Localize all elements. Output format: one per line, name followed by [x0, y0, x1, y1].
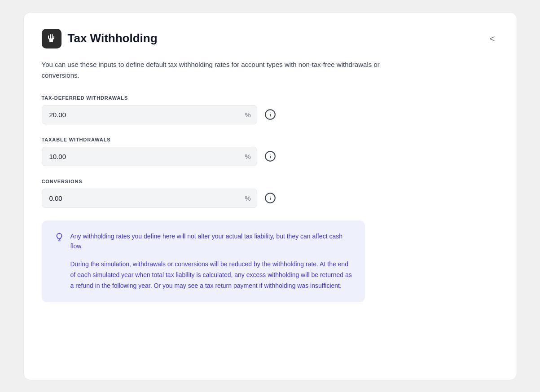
conversions-input-wrapper: %	[42, 189, 257, 208]
svg-point-10	[59, 233, 59, 233]
conversions-input[interactable]	[42, 189, 257, 208]
info-box-primary-text: Any withholding rates you define here wi…	[70, 231, 352, 251]
app-icon	[42, 29, 61, 48]
header: Tax Withholding <	[42, 29, 499, 48]
conversions-label: CONVERSIONS	[42, 179, 499, 184]
taxable-section: TAXABLE WITHDRAWALS %	[42, 137, 499, 166]
hand-icon	[46, 33, 57, 44]
info-icon	[264, 109, 276, 120]
bulb-icon	[54, 232, 64, 244]
tax-deferred-input-wrapper: %	[42, 105, 257, 124]
tax-deferred-row: %	[42, 105, 499, 124]
collapse-button[interactable]: <	[486, 32, 499, 45]
info-box: Any withholding rates you define here wi…	[42, 220, 365, 302]
header-left: Tax Withholding	[42, 29, 158, 48]
main-card: Tax Withholding < You can use these inpu…	[23, 12, 517, 380]
taxable-input-wrapper: %	[42, 147, 257, 166]
taxable-info-button[interactable]	[263, 149, 278, 164]
info-icon	[264, 192, 276, 204]
page-title: Tax Withholding	[68, 31, 158, 45]
info-box-header: Any withholding rates you define here wi…	[54, 231, 352, 251]
tax-deferred-info-button[interactable]	[263, 107, 278, 122]
tax-deferred-section: TAX-DEFERRED WITHDRAWALS %	[42, 95, 499, 124]
taxable-label: TAXABLE WITHDRAWALS	[42, 137, 499, 142]
info-icon	[264, 150, 276, 162]
conversions-info-button[interactable]	[263, 190, 278, 206]
conversions-row: %	[42, 189, 499, 208]
taxable-input[interactable]	[42, 147, 257, 166]
info-box-secondary-text: During the simulation, withdrawals or co…	[54, 259, 352, 291]
description-text: You can use these inputs to define defau…	[42, 59, 410, 81]
tax-deferred-label: TAX-DEFERRED WITHDRAWALS	[42, 95, 499, 101]
tax-deferred-input[interactable]	[42, 105, 257, 124]
conversions-section: CONVERSIONS %	[42, 179, 499, 208]
taxable-row: %	[42, 147, 499, 166]
